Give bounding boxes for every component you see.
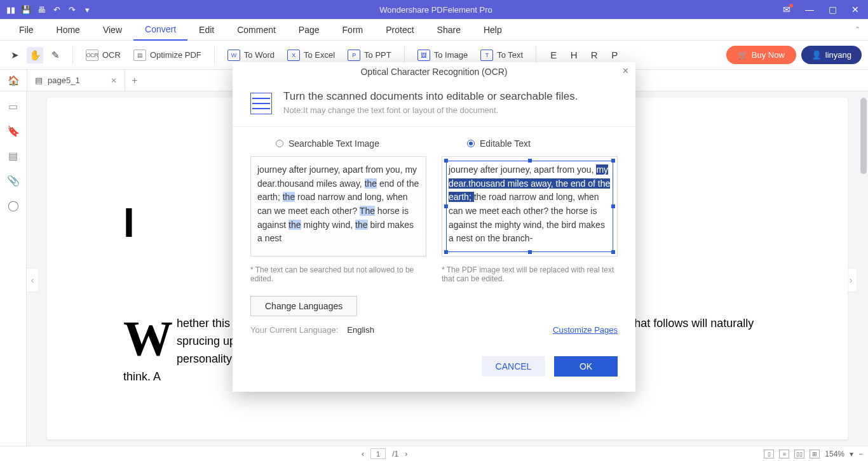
thumbnails-icon[interactable]: ▭	[8, 100, 18, 112]
view-single-icon[interactable]: ▯	[764, 450, 774, 458]
buy-label: Buy Now	[752, 50, 785, 60]
ocr-label: OCR	[102, 50, 121, 60]
qat-dropdown-icon[interactable]: ▾	[81, 4, 93, 15]
cancel-button[interactable]: CANCEL	[482, 356, 545, 377]
footnote-searchable: * The text can be searched but not allow…	[250, 265, 426, 283]
pdfa-icon[interactable]: P	[606, 47, 623, 63]
toword-label: To Word	[244, 50, 275, 60]
scrollbar[interactable]	[860, 98, 867, 174]
toppt-label: To PPT	[364, 50, 391, 60]
radio-searchable-label: Searchable Text Image	[288, 138, 379, 149]
user-button[interactable]: 👤linyang	[801, 46, 862, 64]
language-label: Your Current Language:	[250, 325, 338, 335]
app-title: Wondershare PDFelement Pro	[93, 5, 779, 15]
user-label: linyang	[825, 50, 851, 60]
statusbar: ‹ 1 /1 › ▯ ≡ ▯▯ ⊞ 154% ▾ −	[0, 446, 868, 461]
maximize-icon[interactable]: ▢	[825, 3, 840, 16]
undo-icon[interactable]: ↶	[51, 4, 62, 15]
toimage-button[interactable]: 🖼To Image	[414, 47, 471, 63]
collapse-ribbon-icon[interactable]: ⌃	[855, 25, 860, 34]
toppt-button[interactable]: PTo PPT	[344, 47, 395, 63]
language-value: English	[347, 325, 374, 335]
totext-label: To Text	[497, 50, 523, 60]
add-tab-icon[interactable]: +	[125, 75, 144, 86]
menu-home[interactable]: Home	[45, 19, 92, 41]
epub-icon[interactable]: E	[545, 47, 562, 63]
ocr-dialog: Optical Character Recognition (OCR) ✕ Tu…	[233, 62, 635, 392]
toword-button[interactable]: WTo Word	[224, 47, 278, 63]
hand-tool-icon[interactable]: ✋	[27, 47, 43, 63]
document-tab[interactable]: ▤ page5_1 ✕	[27, 70, 125, 91]
dialog-headline: Turn the scanned documents into editable…	[283, 90, 578, 103]
menu-share[interactable]: Share	[426, 19, 472, 41]
rtf-icon[interactable]: R	[586, 47, 602, 63]
dialog-close-icon[interactable]: ✕	[622, 66, 629, 76]
page-prev-icon[interactable]: ‹	[362, 450, 364, 458]
zoom-out-icon[interactable]: −	[858, 450, 863, 458]
totext-button[interactable]: TTo Text	[477, 47, 527, 63]
menu-convert[interactable]: Convert	[133, 19, 187, 41]
html-icon[interactable]: H	[566, 47, 582, 63]
dialog-note: Note:It may change the text font or layo…	[283, 105, 578, 115]
page-next-icon[interactable]: ›	[405, 450, 407, 458]
toexcel-button[interactable]: XTo Excel	[283, 47, 339, 63]
save-icon[interactable]: 💾	[20, 4, 32, 15]
optimize-button[interactable]: ▤Optimize PDF	[130, 47, 205, 63]
doc-tab-label: page5_1	[48, 76, 80, 85]
menu-form[interactable]: Form	[331, 19, 375, 41]
edit-tool-icon[interactable]: ✎	[47, 47, 64, 63]
prev-page-icon[interactable]: ‹	[27, 269, 38, 291]
menu-page[interactable]: Page	[287, 19, 331, 41]
toimage-label: To Image	[434, 50, 468, 60]
menubar: File Home View Convert Edit Comment Page…	[0, 19, 868, 41]
ocr-button[interactable]: OCROCR	[82, 47, 125, 63]
optimize-label: Optimize PDF	[150, 50, 201, 60]
buy-button[interactable]: 🛒Buy Now	[726, 46, 796, 64]
radio-editable[interactable]: Editable Text	[467, 138, 618, 149]
app-logo-icon: ▮▮	[5, 4, 17, 15]
page-number-input[interactable]: 1	[370, 448, 386, 459]
chat-icon[interactable]: ◯	[8, 199, 19, 211]
redo-icon[interactable]: ↷	[66, 4, 78, 15]
user-icon: 👤	[811, 50, 822, 60]
preview-editable: journey after journey, apart from you, m…	[442, 156, 618, 257]
view-facing-cont-icon[interactable]: ⊞	[810, 450, 820, 458]
cart-icon: 🛒	[738, 50, 748, 60]
home-tab-icon[interactable]: 🏠	[0, 70, 27, 91]
change-languages-button[interactable]: Change Languages	[250, 296, 357, 316]
view-facing-icon[interactable]: ▯▯	[794, 450, 804, 458]
print-icon[interactable]: 🖶	[36, 4, 47, 15]
menu-protect[interactable]: Protect	[374, 19, 425, 41]
bookmarks-icon[interactable]: 🔖	[7, 125, 20, 137]
scanner-icon	[250, 93, 272, 114]
doc-icon: ▤	[35, 76, 43, 85]
close-tab-icon[interactable]: ✕	[111, 76, 117, 85]
dialog-title: Optical Character Recognition (OCR) ✕	[233, 62, 635, 81]
toexcel-label: To Excel	[304, 50, 335, 60]
left-rail: ▭ 🔖 ▤ 📎 ◯	[0, 91, 27, 446]
footnote-editable: * The PDF image text will be replaced wi…	[442, 265, 618, 283]
ok-button[interactable]: OK	[554, 356, 618, 377]
view-continuous-icon[interactable]: ≡	[779, 450, 789, 458]
close-window-icon[interactable]: ✕	[848, 3, 863, 16]
menu-comment[interactable]: Comment	[226, 19, 287, 41]
titlebar: ▮▮ 💾 🖶 ↶ ↷ ▾ Wondershare PDFelement Pro …	[0, 0, 868, 19]
zoom-dropdown-icon[interactable]: ▾	[850, 450, 853, 458]
notifications-icon[interactable]: ✉	[779, 3, 794, 16]
page-total: /1	[392, 450, 398, 458]
menu-file[interactable]: File	[8, 19, 45, 41]
menu-help[interactable]: Help	[472, 19, 513, 41]
menu-view[interactable]: View	[92, 19, 133, 41]
customize-pages-link[interactable]: Customize Pages	[553, 325, 618, 335]
menu-edit[interactable]: Edit	[187, 19, 226, 41]
comments-icon[interactable]: ▤	[8, 150, 18, 162]
select-tool-icon[interactable]: ➤	[6, 47, 23, 63]
radio-searchable[interactable]: Searchable Text Image	[276, 138, 426, 149]
attachments-icon[interactable]: 📎	[7, 175, 20, 187]
minimize-icon[interactable]: —	[802, 3, 817, 16]
zoom-value: 154%	[825, 450, 844, 458]
preview-searchable: journey after journey, apart from you, m…	[250, 156, 426, 257]
radio-editable-label: Editable Text	[480, 138, 531, 149]
